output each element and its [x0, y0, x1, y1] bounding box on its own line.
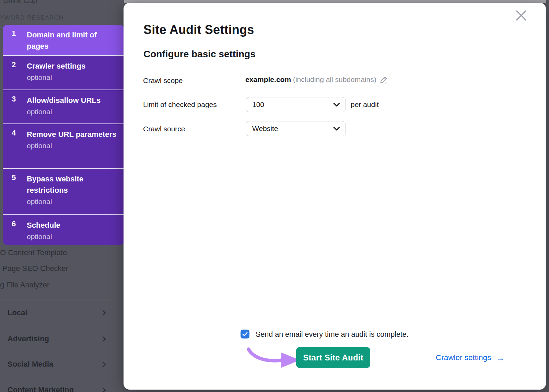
- chevron-right-icon: [101, 361, 107, 367]
- crawl-scope-domain: example.com: [245, 75, 291, 83]
- step-number: 2: [12, 60, 16, 69]
- close-icon[interactable]: [514, 8, 528, 23]
- crawler-settings-label: Crawler settings: [436, 353, 491, 362]
- chevron-down-icon: [333, 103, 340, 107]
- send-email-checkbox[interactable]: [241, 330, 249, 338]
- site-audit-wizard-steps: 1 Domain and limit of pages 2 Crawler se…: [3, 25, 124, 245]
- start-site-audit-button[interactable]: Start Site Audit: [296, 347, 370, 368]
- chevron-right-icon: [101, 387, 107, 392]
- sidebar-group-local[interactable]: Local: [0, 308, 117, 317]
- modal-title: Site Audit Settings: [143, 23, 254, 37]
- select-value: 100: [252, 100, 333, 109]
- wizard-step-allow-disallow-urls[interactable]: 3 Allow/disallow URLs optional: [3, 90, 124, 123]
- site-audit-settings-modal: Site Audit Settings Configure basic sett…: [124, 3, 546, 390]
- step-optional-label: optional: [27, 231, 119, 242]
- crawl-scope-note: (including all subdomains): [293, 75, 376, 83]
- step-number: 1: [12, 29, 16, 38]
- step-optional-label: optional: [27, 140, 119, 152]
- sidebar-group-label: Local: [8, 308, 27, 317]
- wizard-step-remove-url-parameters[interactable]: 4 Remove URL parameters optional: [3, 123, 124, 168]
- step-title: Remove URL parameters: [27, 129, 119, 140]
- sidebar-item-on-page-seo-checker[interactable]: Page SEO Checker: [2, 264, 68, 273]
- wizard-step-bypass-website-restrictions[interactable]: 5 Bypass website restrictions optional: [3, 168, 124, 214]
- step-number: 5: [12, 173, 16, 182]
- step-number: 6: [12, 219, 16, 228]
- select-value: Website: [252, 124, 333, 133]
- check-icon: [242, 332, 248, 336]
- step-number: 4: [12, 129, 16, 138]
- sidebar-item-log-file-analyzer[interactable]: g File Analyzer: [0, 281, 49, 289]
- crawler-settings-link[interactable]: Crawler settings →: [436, 353, 505, 362]
- sidebar-divider: [0, 299, 117, 299]
- sidebar-section-keyword-research: YWORD RESEARCH: [0, 14, 63, 21]
- edit-pencil-icon[interactable]: [380, 75, 388, 84]
- start-site-audit-label: Start Site Audit: [303, 353, 363, 363]
- chevron-right-icon: [101, 336, 107, 342]
- crawl-scope-label: Crawl scope: [143, 76, 183, 85]
- sidebar-group-advertising[interactable]: Advertising: [0, 334, 117, 343]
- wizard-step-schedule[interactable]: 6 Schedule optional: [3, 214, 124, 245]
- sidebar: cklink Gap YWORD RESEARCH 1 Domain and l…: [0, 0, 124, 392]
- section-heading: Configure basic settings: [143, 49, 256, 60]
- step-title: Allow/disallow URLs: [27, 95, 119, 106]
- sidebar-group-label: Advertising: [8, 334, 49, 343]
- step-title: Bypass website restrictions: [27, 173, 119, 196]
- limit-of-checked-pages-select[interactable]: 100: [246, 97, 346, 112]
- step-optional-label: optional: [27, 106, 119, 118]
- sidebar-item-seo-content-template[interactable]: O Content Template: [0, 248, 67, 257]
- wizard-step-crawler-settings[interactable]: 2 Crawler settings optional: [3, 55, 124, 90]
- step-number: 3: [12, 95, 16, 104]
- limit-of-checked-pages-label: Limit of checked pages: [143, 100, 217, 109]
- send-email-label: Send an email every time an audit is com…: [256, 330, 409, 339]
- crawl-source-label: Crawl source: [143, 125, 185, 133]
- wizard-step-domain-and-limit[interactable]: 1 Domain and limit of pages: [3, 25, 124, 55]
- sidebar-group-content-marketing[interactable]: Content Marketing: [0, 385, 117, 392]
- step-optional-label: optional: [27, 72, 119, 83]
- crawl-source-select[interactable]: Website: [246, 121, 346, 136]
- per-audit-suffix: per audit: [351, 100, 379, 109]
- sidebar-group-social-media[interactable]: Social Media: [0, 360, 117, 369]
- sidebar-item-backlink-gap[interactable]: cklink Gap: [3, 0, 37, 5]
- step-title: Schedule: [27, 219, 119, 231]
- chevron-right-icon: [101, 310, 107, 316]
- crawl-scope-value: example.com (including all subdomains): [245, 75, 388, 84]
- step-optional-label: optional: [27, 196, 119, 207]
- sidebar-group-label: Social Media: [8, 360, 53, 369]
- chevron-down-icon: [333, 127, 340, 131]
- sidebar-group-label: Content Marketing: [8, 385, 74, 392]
- arrow-right-icon: →: [496, 354, 505, 361]
- step-title: Crawler settings: [27, 60, 119, 72]
- step-title: Domain and limit of pages: [27, 29, 119, 52]
